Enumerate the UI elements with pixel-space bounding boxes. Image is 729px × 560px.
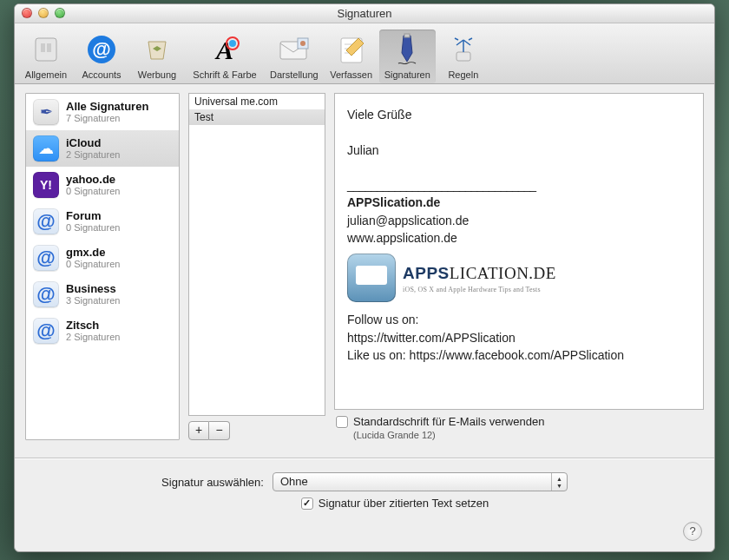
signature-preview[interactable]: Viele Grüße Julian _____________________… [334, 93, 704, 410]
zoom-icon[interactable] [55, 8, 65, 18]
account-zitsch[interactable]: @ Zitsch2 Signaturen [26, 313, 179, 349]
signature-item[interactable]: Universal me.com [189, 94, 325, 109]
tab-signaturen[interactable]: Signaturen [379, 30, 436, 83]
default-font-label: Standardschrift für E-Mails verwenden [353, 415, 544, 428]
account-gmx[interactable]: @ gmx.de0 Signaturen [26, 240, 179, 276]
tab-accounts[interactable]: @ Accounts [74, 30, 129, 83]
preview-follow-url: https://twitter.com/APPSlication [347, 329, 691, 346]
signature-list[interactable]: Universal me.com Test [188, 93, 325, 416]
place-above-quoted-label: Signatur über zitierten Text setzen [319, 497, 489, 510]
yahoo-icon: Y! [33, 172, 59, 198]
font-a-icon: A [207, 31, 242, 68]
preview-url: www.appslication.de [347, 231, 457, 245]
svg-point-10 [300, 41, 305, 46]
preview-greeting: Viele Grüße [347, 106, 691, 123]
preview-brand: APPSlication.de [347, 195, 440, 209]
account-all-signatures[interactable]: ✒︎ Alle Signaturen7 Signaturen [26, 94, 179, 130]
preview-like-line: Like us on: https://www.facebook.com/APP… [347, 346, 691, 364]
preview-email: julian@appslication.de [347, 214, 469, 227]
svg-rect-16 [456, 52, 470, 61]
tab-werbung[interactable]: Werbung [129, 30, 185, 83]
add-signature-button[interactable]: + [188, 421, 209, 440]
help-button[interactable]: ? [683, 522, 702, 541]
preferences-toolbar: Allgemein @ Accounts Werbung A Schrift &… [15, 23, 714, 84]
chevron-up-down-icon: ▲▼ [551, 473, 567, 491]
default-font-note: (Lucida Grande 12) [353, 430, 704, 440]
separator [15, 458, 714, 458]
svg-text:@: @ [92, 38, 110, 60]
close-icon[interactable] [22, 8, 32, 18]
recycle-icon [140, 31, 174, 68]
account-business[interactable]: @ Business3 Signaturen [26, 276, 179, 313]
account-forum[interactable]: @ Forum0 Signaturen [26, 203, 179, 240]
checkbox-default-font[interactable] [336, 416, 348, 428]
tab-verfassen[interactable]: Verfassen [324, 30, 379, 83]
window-titlebar: Signaturen [15, 4, 714, 23]
tab-allgemein[interactable]: Allgemein [18, 30, 74, 83]
preview-follow-label: Follow us on: [347, 311, 691, 328]
compose-paper-icon [334, 31, 369, 68]
remove-signature-button[interactable]: − [209, 421, 230, 440]
switch-icon [29, 31, 63, 68]
envelope-stamp-icon [277, 31, 312, 68]
account-icloud[interactable]: ☁︎ iCloud2 Signaturen [26, 130, 179, 167]
account-list[interactable]: ✒︎ Alle Signaturen7 Signaturen ☁︎ iCloud… [25, 93, 180, 440]
account-yahoo[interactable]: Y! yahoo.de0 Signaturen [26, 167, 179, 203]
svg-rect-2 [47, 43, 51, 52]
pen-icon: ✒︎ [33, 99, 59, 125]
tab-font-color[interactable]: A Schrift & Farbe [185, 30, 265, 83]
signature-pen-icon [390, 31, 424, 68]
minimize-icon[interactable] [38, 8, 49, 18]
at-icon: @ [33, 245, 59, 271]
preview-divider: ________________________________ [347, 176, 691, 194]
signature-item[interactable]: Test [189, 109, 325, 125]
appslication-app-icon [347, 254, 396, 302]
window-title: Signaturen [338, 7, 392, 20]
at-icon: @ [84, 31, 119, 68]
rules-arrows-icon [446, 31, 481, 68]
tab-darstellung[interactable]: Darstellung [265, 30, 324, 83]
svg-rect-15 [404, 34, 410, 37]
svg-rect-1 [41, 43, 45, 52]
cloud-icon: ☁︎ [33, 135, 59, 161]
choose-signature-popup[interactable]: Ohne ▲▼ [273, 472, 568, 491]
preview-sender-name: Julian [347, 142, 691, 159]
at-icon: @ [33, 318, 59, 344]
choose-signature-label: Signatur auswählen: [161, 476, 264, 489]
preview-logo: APPSLICATION.DE iOS, OS X and Apple Hard… [347, 254, 691, 302]
at-icon: @ [33, 281, 59, 307]
at-icon: @ [33, 208, 59, 234]
svg-point-7 [229, 40, 236, 47]
tab-regeln[interactable]: Regeln [436, 30, 491, 83]
checkbox-place-above-quoted[interactable] [301, 497, 313, 510]
svg-rect-0 [36, 38, 56, 61]
